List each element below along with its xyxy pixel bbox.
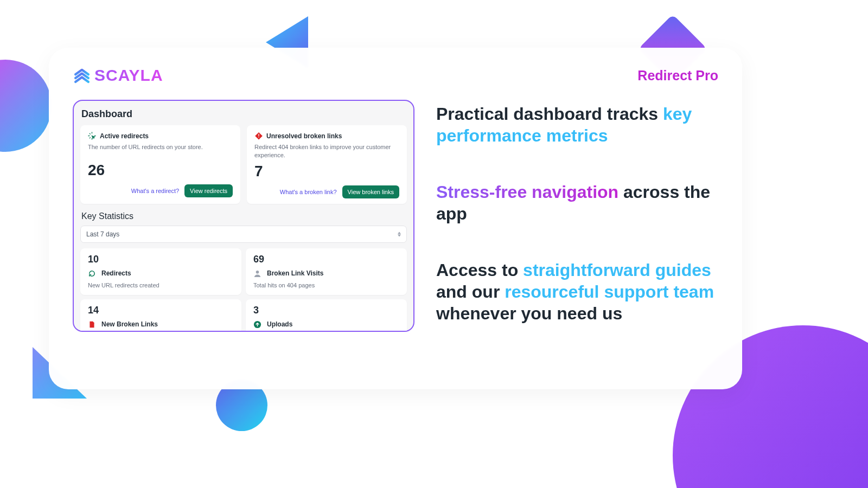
stat-broken-visits-desc: Total hits on 404 pages [253,282,399,288]
broken-links-value: 7 [254,163,399,180]
product-name: Redirect Pro [637,68,718,84]
stat-new-broken-value: 14 [88,305,234,316]
dashboard-panel: Dashboard Active redirects The number of… [73,100,414,332]
stat-new-broken-label: New Broken Links [101,320,158,328]
stat-uploads: 3 Uploads [246,299,407,332]
svg-rect-1 [258,133,259,136]
broken-links-card: Unresolved broken links Redirect 404 bro… [247,125,407,204]
bullet-1: Practical dashboard tracks key performan… [436,103,718,146]
person-icon [253,269,261,278]
whats-a-broken-link-link[interactable]: What's a broken link? [280,189,337,195]
brand-logo: SCAYLA [73,66,163,85]
stat-redirects-label: Redirects [101,269,131,277]
stat-uploads-value: 3 [253,305,399,316]
view-redirects-button[interactable]: View redirects [184,184,233,197]
refresh-icon [88,269,96,278]
warning-diamond-icon [254,132,263,140]
stat-uploads-label: Uploads [267,320,292,328]
stat-new-broken: 14 New Broken Links [80,299,241,332]
stat-redirects: 10 Redirects New URL redirects created [80,248,241,295]
view-broken-links-button[interactable]: View broken links [342,185,399,198]
stat-broken-visits: 69 Broken Link Visits Total hits on 404 … [246,248,407,295]
bullet-3: Access to straightforward guides and our… [436,259,718,324]
stat-broken-visits-value: 69 [253,254,399,265]
upload-icon [253,320,261,329]
feature-bullets: Practical dashboard tracks key performan… [436,100,718,332]
whats-a-redirect-link[interactable]: What's a redirect? [131,188,179,194]
broken-links-sub: Redirect 404 broken links to improve you… [254,143,399,159]
dashboard-title: Dashboard [80,107,407,125]
svg-point-3 [256,271,259,274]
active-redirects-heading: Active redirects [100,132,149,140]
active-redirects-value: 26 [88,162,233,179]
date-range-select[interactable]: Last 7 days [80,226,407,243]
bullet-2: Stress-free navigation across the app [436,181,718,224]
active-redirects-sub: The number of URL redirects on your stor… [88,143,233,158]
stat-broken-visits-label: Broken Link Visits [267,269,323,277]
brand-name: SCAYLA [94,66,163,85]
stat-redirects-value: 10 [88,254,234,265]
decor-circle-top-left [0,60,52,152]
chevron-updown-icon [398,232,401,236]
marketing-card: SCAYLA Redirect Pro Dashboard Active red… [49,48,742,389]
file-icon [88,320,96,329]
key-statistics-heading: Key Statistics [80,204,407,226]
cursor-click-icon [88,132,96,140]
date-range-value: Last 7 days [86,230,119,238]
stat-redirects-desc: New URL redirects created [88,282,234,288]
logo-icon [73,66,91,85]
active-redirects-card: Active redirects The number of URL redir… [80,125,240,204]
svg-rect-2 [258,137,259,137]
broken-links-heading: Unresolved broken links [266,132,342,140]
